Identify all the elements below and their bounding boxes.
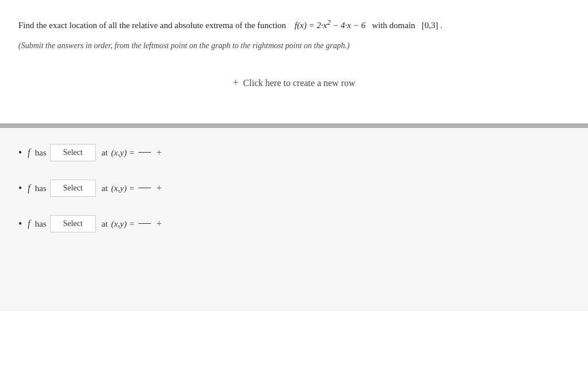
bottom-section: • f has Select at (x,y) = + • f has Sele… [0, 128, 588, 312]
bullet-1: • [18, 147, 22, 159]
input-area-3 [138, 223, 151, 225]
add-row-area: + Click here to create a new row [18, 71, 570, 106]
at-text-1: at [102, 148, 108, 158]
blank-input-3[interactable] [138, 223, 151, 224]
coords-label-3: (x,y) = [111, 219, 135, 229]
select-button-1[interactable]: Select [50, 144, 96, 161]
period: . [440, 21, 443, 30]
top-section: Find the exact location of all the relat… [0, 0, 588, 118]
at-text-2: at [102, 184, 108, 193]
has-text-3: has [35, 219, 47, 229]
add-row-label: Click here to create a new row [243, 78, 355, 88]
select-button-3[interactable]: Select [50, 215, 96, 232]
answer-row-3: • f has Select at (x,y) = + [18, 215, 570, 232]
coords-label-2: (x,y) = [111, 184, 135, 193]
problem-prefix: Find the exact location of all the relat… [18, 21, 286, 30]
section-divider [0, 123, 588, 128]
f-label-1: f [28, 147, 30, 158]
add-plus-3[interactable]: + [157, 219, 162, 229]
answer-row-1: • f has Select at (x,y) = + [18, 144, 570, 161]
domain-prefix: with domain [372, 21, 415, 30]
f-label-2: f [28, 183, 30, 193]
problem-statement: Find the exact location of all the relat… [18, 16, 570, 33]
add-row-plus-icon: + [233, 77, 238, 89]
submit-note: (Submit the answers in order, from the l… [18, 41, 570, 50]
at-text-3: at [102, 219, 108, 229]
answer-row-2: • f has Select at (x,y) = + [18, 180, 570, 197]
add-plus-2[interactable]: + [157, 183, 162, 193]
coords-label-1: (x,y) = [111, 148, 135, 158]
select-button-2[interactable]: Select [50, 180, 96, 197]
bullet-3: • [18, 218, 22, 230]
input-area-1 [138, 152, 151, 154]
has-text-2: has [35, 184, 47, 193]
bullet-2: • [18, 182, 22, 195]
blank-input-2[interactable] [138, 188, 151, 188]
formula-display: f(x) = 2·x2 − 4·x − 6 [295, 21, 368, 30]
add-row-button[interactable]: + Click here to create a new row [233, 77, 355, 89]
domain-display: [0,3] [421, 21, 438, 30]
f-label-3: f [28, 219, 30, 229]
input-area-2 [138, 188, 151, 189]
add-plus-1[interactable]: + [157, 147, 162, 158]
blank-input-1[interactable] [138, 152, 151, 153]
has-text-1: has [35, 148, 47, 158]
